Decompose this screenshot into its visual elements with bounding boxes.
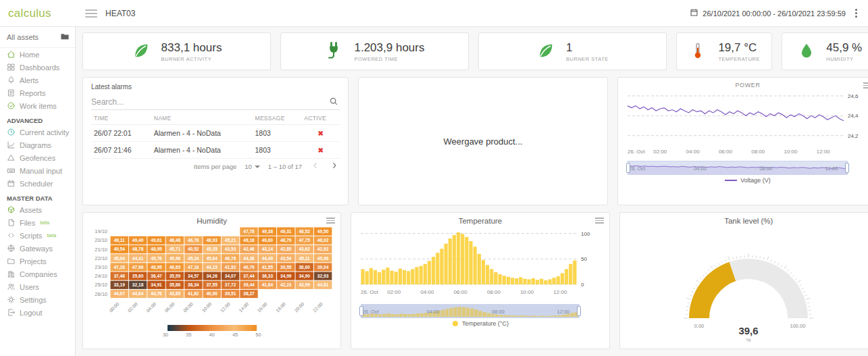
alarm-name: Alarmen - 4 - NoData — [151, 125, 253, 142]
folder-icon[interactable] — [60, 32, 70, 42]
sidebar-item-scripts[interactable]: Scriptsbeta — [0, 229, 75, 242]
manual-input-icon — [7, 166, 16, 175]
svg-text:34,26: 34,26 — [206, 274, 218, 279]
temperature-legend[interactable]: Temperature (°C) — [357, 320, 603, 327]
sidebar-section-header: MASTER DATA — [0, 190, 75, 203]
search-icon[interactable] — [329, 97, 338, 108]
svg-text:12:00: 12:00 — [817, 149, 831, 155]
tank-level-gauge[interactable]: 0.00100.0039,6% — [627, 225, 868, 345]
table-row[interactable]: 26/07 21:46Alarmen - 4 - NoData1803✖ — [91, 142, 340, 159]
sidebar-item-manual-input[interactable]: Manual input — [0, 164, 75, 177]
sidebar-item-home[interactable]: Home — [0, 48, 75, 61]
sidebar-item-projects[interactable]: Projects — [0, 255, 75, 268]
svg-text:48,95: 48,95 — [151, 265, 162, 270]
kpi-label: BURNER ACTIVITY — [161, 56, 222, 62]
svg-text:49,40: 49,40 — [132, 238, 144, 243]
alarms-column-header: MESSAGE — [253, 112, 302, 125]
diagrams-icon — [7, 141, 16, 149]
svg-text:37,44: 37,44 — [243, 274, 255, 279]
sidebar-item-current-activity[interactable]: Current activity — [0, 126, 75, 138]
svg-text:19/10: 19/10 — [95, 228, 107, 234]
next-page-button[interactable] — [329, 161, 340, 172]
gateways-icon — [7, 244, 16, 253]
kpi-value: 1 — [566, 41, 609, 55]
power-chart-title: POWER — [623, 82, 868, 88]
kpi-card-burner-state: 1BURNER STATE — [478, 32, 667, 70]
users-icon — [7, 282, 16, 291]
chart-menu-icon[interactable] — [863, 82, 868, 88]
sidebar-item-label: Current activity — [20, 128, 69, 136]
svg-text:44,81: 44,81 — [317, 282, 329, 288]
date-range-picker[interactable]: 26/10/2021 00:00:00 - 26/10/2021 23:59:5… — [690, 8, 846, 18]
svg-text:45,24: 45,24 — [188, 256, 199, 261]
svg-text:49,31: 49,31 — [280, 229, 292, 234]
svg-text:36,47: 36,47 — [151, 274, 162, 279]
droplet-icon — [798, 42, 815, 61]
sidebar-item-label: Home — [20, 51, 39, 59]
power-plug-icon — [324, 41, 343, 62]
sidebar-item-files[interactable]: Filesbeta — [0, 216, 75, 229]
svg-text:08:00: 08:00 — [751, 149, 765, 155]
svg-text:32,18: 32,18 — [132, 282, 144, 288]
humidity-chart-title: Humidity — [88, 217, 335, 225]
page-size-select[interactable]: 10 — [245, 163, 260, 170]
brush-handle[interactable] — [577, 306, 581, 316]
svg-text:49,61: 49,61 — [151, 238, 162, 243]
brush-handle[interactable] — [626, 163, 630, 173]
table-row[interactable]: 26/07 22:01Alarmen - 4 - NoData1803✖ — [91, 125, 340, 142]
sidebar-item-users[interactable]: Users — [0, 280, 75, 293]
sidebar-item-dashboards[interactable]: Dashboards — [0, 61, 75, 74]
svg-text:32,93: 32,93 — [317, 274, 329, 279]
alarm-time: 26/07 21:46 — [91, 142, 151, 159]
sidebar-item-assets[interactable]: Assets — [0, 203, 75, 216]
menu-toggle-icon[interactable] — [85, 9, 97, 18]
activity-icon — [7, 128, 16, 136]
sidebar-item-logout[interactable]: Logout — [0, 306, 75, 319]
svg-text:37,55: 37,55 — [206, 282, 218, 288]
power-legend[interactable]: Voltage (V) — [623, 177, 868, 184]
files-icon — [7, 218, 16, 227]
kpi-value: 833,1 hours — [161, 41, 222, 55]
brush-handle[interactable] — [359, 306, 363, 316]
svg-text:41,62: 41,62 — [188, 291, 199, 297]
svg-text:50: 50 — [581, 256, 587, 262]
sidebar-item-geofences[interactable]: Geofences — [0, 151, 75, 164]
more-menu-button[interactable] — [851, 5, 861, 22]
power-chart-card: POWER 24,624,424,226. Oct02:0004:0006:00… — [617, 77, 868, 205]
svg-text:49,60: 49,60 — [262, 238, 274, 243]
svg-text:24,2: 24,2 — [848, 133, 859, 139]
companies-icon — [7, 270, 16, 278]
chart-menu-icon[interactable] — [326, 218, 335, 224]
power-line-chart[interactable]: 24,624,424,226. Oct02:0004:0006:0008:001… — [623, 88, 868, 159]
sidebar-item-scheduler[interactable]: Scheduler — [0, 177, 75, 190]
burner-leaf-icon — [536, 41, 555, 62]
temperature-bar-chart[interactable]: 10050026. Oct02:0004:0006:0008:0010:0012… — [357, 225, 605, 302]
sidebar-item-settings[interactable]: Settings — [0, 293, 75, 306]
svg-text:45,76: 45,76 — [151, 256, 162, 261]
temperature-chart-brush[interactable]: 26. Oct04:0008:0012:00 — [361, 304, 579, 318]
humidity-heatmap[interactable]: 19/1047,7849,3849,3148,5249,5020/1049,11… — [88, 225, 337, 324]
page-range-text: 1 – 10 of 17 — [268, 163, 302, 170]
svg-text:21/10: 21/10 — [95, 247, 107, 253]
sidebar-item-gateways[interactable]: Gateways — [0, 242, 75, 255]
app-logo[interactable]: calculus — [0, 7, 76, 20]
svg-text:44,76: 44,76 — [151, 291, 162, 297]
prev-page-button[interactable] — [310, 161, 321, 172]
search-input[interactable] — [91, 95, 340, 110]
sidebar-item-diagrams[interactable]: Diagrams — [0, 138, 75, 151]
brush-handle[interactable] — [845, 163, 849, 173]
svg-text:45,71: 45,71 — [170, 247, 181, 252]
items-per-page-label: Items per page — [194, 163, 236, 170]
sidebar-item-alerts[interactable]: Alerts — [0, 74, 75, 86]
chart-menu-icon[interactable] — [595, 218, 604, 224]
sidebar-item-label: Assets — [20, 206, 42, 214]
asset-selector-label[interactable]: All assets — [7, 33, 39, 41]
sidebar-item-reports[interactable]: Reports — [0, 86, 75, 99]
svg-text:24,4: 24,4 — [848, 113, 859, 119]
sidebar-item-companies[interactable]: Companies — [0, 268, 75, 280]
svg-text:34,91: 34,91 — [151, 282, 162, 288]
logout-icon — [7, 308, 16, 317]
power-chart-brush[interactable]: 26. Oct04:0008:0012:00 — [628, 161, 848, 175]
sidebar-item-work-items[interactable]: Work items — [0, 99, 75, 112]
kpi-value: 45,9 % — [826, 41, 862, 55]
